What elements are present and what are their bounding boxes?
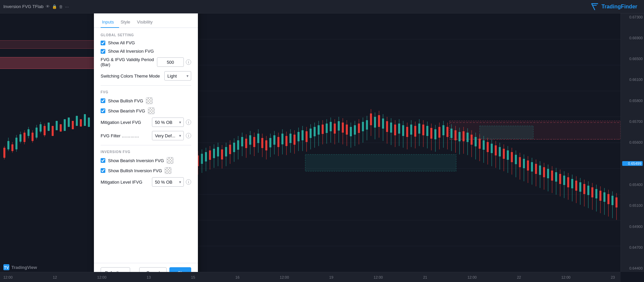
fvg-filter-select[interactable]: Very Def... Default Strict bbox=[152, 131, 184, 140]
svg-rect-266 bbox=[539, 166, 541, 175]
svg-rect-242 bbox=[491, 144, 493, 153]
svg-rect-236 bbox=[479, 139, 481, 149]
svg-rect-230 bbox=[467, 133, 469, 142]
svg-rect-298 bbox=[603, 192, 605, 202]
svg-rect-252 bbox=[511, 152, 513, 162]
price-axis: 0.67300 0.66900 0.66500 0.66100 0.65800 … bbox=[621, 13, 644, 272]
svg-rect-216 bbox=[438, 127, 440, 138]
show-all-fvg-checkbox[interactable] bbox=[101, 41, 105, 45]
svg-rect-114 bbox=[233, 143, 235, 152]
price-0.656: 0.65600 bbox=[622, 140, 643, 144]
validity-period-info-icon[interactable]: i bbox=[186, 59, 191, 65]
fvg-filter-info-icon[interactable]: i bbox=[186, 133, 191, 138]
svg-rect-204 bbox=[414, 126, 416, 137]
svg-rect-258 bbox=[523, 159, 525, 168]
switching-colors-row: Switching Colors Theme Mode Light Dark ▼ bbox=[101, 71, 191, 81]
tradingview-logo: TV TradingView bbox=[3, 264, 37, 270]
svg-rect-174 bbox=[354, 125, 356, 135]
svg-rect-244 bbox=[495, 145, 497, 155]
svg-rect-290 bbox=[587, 186, 589, 195]
price-0.651: 0.65100 bbox=[622, 203, 643, 207]
svg-rect-254 bbox=[515, 155, 517, 164]
price-0.654: 0.65400 bbox=[622, 183, 643, 187]
validity-period-input[interactable] bbox=[157, 57, 184, 67]
svg-rect-108 bbox=[221, 149, 223, 159]
svg-rect-28 bbox=[72, 121, 74, 129]
mitigation-fvg-info-icon[interactable]: i bbox=[186, 120, 191, 125]
svg-rect-178 bbox=[362, 122, 364, 131]
time-label: 22 bbox=[517, 275, 521, 279]
svg-rect-126 bbox=[257, 134, 259, 143]
fvg-filter-row: FVG Filter ………… Very Def... Default Stri… bbox=[101, 131, 191, 140]
bearish-fvg-color-swatch[interactable] bbox=[148, 107, 155, 114]
lock-icon[interactable]: 🔒 bbox=[52, 4, 57, 9]
price-0.658: 0.65800 bbox=[622, 99, 643, 103]
tv-logo-text: TradingView bbox=[11, 265, 37, 270]
eye-icon[interactable]: 👁 bbox=[46, 4, 50, 9]
bullish-inv-fvg-color-swatch[interactable] bbox=[165, 167, 171, 174]
svg-rect-30 bbox=[80, 119, 82, 127]
tab-visibility[interactable]: Visibility bbox=[136, 17, 158, 28]
svg-rect-226 bbox=[459, 132, 461, 141]
svg-rect-196 bbox=[398, 124, 400, 134]
svg-rect-194 bbox=[394, 125, 396, 135]
show-bearish-fvg-checkbox[interactable] bbox=[101, 108, 105, 113]
svg-rect-286 bbox=[579, 182, 581, 192]
validity-period-row: FVG & IFVG Validity Period (Bar) i bbox=[101, 57, 191, 67]
tab-inputs[interactable]: Inputs bbox=[101, 17, 119, 28]
svg-rect-300 bbox=[607, 194, 609, 204]
svg-rect-172 bbox=[350, 127, 352, 136]
tab-style[interactable]: Style bbox=[119, 17, 136, 28]
bullish-fvg-color-swatch[interactable] bbox=[146, 97, 153, 104]
svg-rect-210 bbox=[426, 126, 428, 136]
svg-rect-146 bbox=[298, 132, 300, 141]
svg-rect-134 bbox=[273, 135, 275, 145]
show-bullish-inv-fvg-row: Show Bullish Inversion FVG bbox=[101, 167, 191, 174]
mitigation-level-ifvg-label: Mitigation Level IFVG bbox=[101, 180, 152, 185]
mitigation-level-fvg-select[interactable]: 50 % OB 25 % OB 75 % OB bbox=[152, 117, 184, 127]
fvg-filter-select-wrapper: Very Def... Default Strict ▼ bbox=[152, 131, 184, 140]
switching-colors-select[interactable]: Light Dark bbox=[164, 71, 191, 81]
time-label: 13 bbox=[147, 275, 151, 279]
svg-rect-26 bbox=[64, 119, 66, 131]
show-bearish-inv-fvg-checkbox[interactable] bbox=[101, 158, 105, 163]
show-bearish-inv-fvg-row: Show Bearish Inversion FVG bbox=[101, 157, 191, 164]
svg-rect-222 bbox=[450, 129, 452, 138]
more-icon[interactable]: ··· bbox=[65, 4, 69, 9]
svg-rect-102 bbox=[209, 150, 211, 160]
svg-rect-22 bbox=[48, 123, 50, 131]
svg-rect-232 bbox=[471, 135, 473, 145]
svg-rect-118 bbox=[241, 137, 243, 146]
show-bullish-inv-fvg-checkbox[interactable] bbox=[101, 168, 105, 173]
svg-rect-166 bbox=[338, 121, 340, 131]
left-chart-area bbox=[0, 13, 94, 272]
svg-rect-130 bbox=[265, 140, 267, 150]
svg-rect-240 bbox=[487, 142, 489, 152]
mitigation-level-ifvg-row: Mitigation Level IFVG 50 % OB 25 % OB 75… bbox=[101, 177, 191, 187]
svg-rect-168 bbox=[342, 123, 344, 133]
mitigation-ifvg-info-icon[interactable]: i bbox=[186, 179, 191, 185]
show-all-inversion-fvg-checkbox[interactable] bbox=[101, 49, 105, 54]
svg-rect-278 bbox=[563, 176, 565, 185]
mitigation-level-ifvg-select[interactable]: 50 % OB 25 % OB 75 % OB bbox=[152, 177, 184, 187]
svg-rect-176 bbox=[358, 124, 360, 133]
svg-rect-190 bbox=[386, 121, 388, 132]
svg-rect-280 bbox=[567, 177, 569, 187]
svg-rect-276 bbox=[559, 174, 561, 184]
tf-logo-icon bbox=[591, 3, 599, 11]
left-candles-svg bbox=[0, 13, 94, 272]
svg-rect-124 bbox=[253, 137, 255, 147]
show-bullish-fvg-checkbox[interactable] bbox=[101, 98, 105, 103]
bearish-inv-fvg-color-swatch[interactable] bbox=[167, 157, 173, 164]
delete-icon[interactable]: 🗑 bbox=[59, 4, 63, 9]
svg-rect-27 bbox=[68, 117, 70, 127]
mitigation-level-fvg-select-wrapper: 50 % OB 25 % OB 75 % OB ▼ bbox=[152, 117, 184, 127]
svg-rect-224 bbox=[454, 130, 457, 140]
fvg-section-label: FVG bbox=[101, 90, 191, 94]
svg-rect-106 bbox=[217, 147, 219, 156]
time-label: 16 bbox=[235, 275, 239, 279]
price-0.657: 0.65700 bbox=[622, 120, 643, 124]
svg-rect-24 bbox=[56, 121, 58, 130]
svg-rect-138 bbox=[281, 134, 283, 144]
svg-rect-296 bbox=[599, 191, 601, 201]
